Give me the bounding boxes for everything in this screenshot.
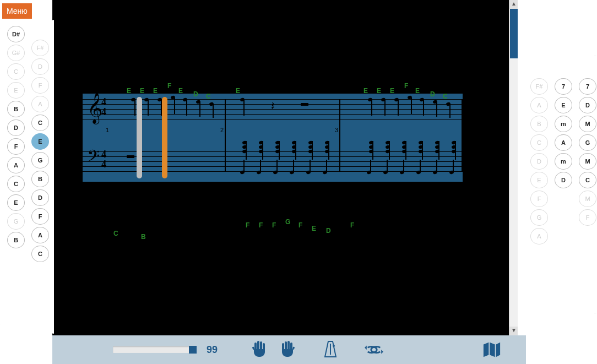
note-label: D <box>430 90 435 98</box>
key-button-A[interactable]: A <box>7 157 25 173</box>
key-button-C[interactable]: C <box>31 246 49 262</box>
key-button-A[interactable]: A <box>31 227 49 243</box>
key-button-D[interactable]: D <box>530 153 548 170</box>
note-label: F <box>167 82 171 90</box>
key-button-A[interactable]: A <box>31 96 49 112</box>
key-button-D[interactable]: D <box>7 119 25 136</box>
key-button-7[interactable]: 7 <box>579 78 596 95</box>
note-label: E <box>140 87 144 95</box>
metronome-button[interactable] <box>321 340 340 359</box>
right-key-column-inner: F#ABCDEFGA <box>527 77 552 246</box>
key-button-D[interactable]: D <box>31 58 49 75</box>
key-button-C[interactable]: C <box>7 63 25 80</box>
note-label: C <box>443 93 448 100</box>
key-button-Gsharp[interactable]: G# <box>7 45 25 61</box>
key-button-G[interactable]: G <box>530 209 548 226</box>
key-button-B[interactable]: B <box>7 101 25 117</box>
vertical-scrollbar[interactable]: ▲ ▼ <box>509 0 518 335</box>
score-viewport: ▲ ▼ 𝄞 𝄢 44 <box>61 0 518 335</box>
time-sig-bass: 44 <box>101 149 106 169</box>
key-button-E[interactable]: E <box>7 82 25 99</box>
right-key-column-outer: 7DMGMCMF <box>575 77 597 227</box>
note-label: F <box>350 221 354 229</box>
note-label: E <box>390 87 394 95</box>
scroll-thumb[interactable] <box>510 9 518 58</box>
note-label: E <box>153 87 158 95</box>
key-button-F[interactable]: F <box>31 77 49 94</box>
left-key-column-inner: F#DFACEGBDFAC <box>28 39 53 263</box>
measure-number: 1 <box>106 127 109 133</box>
right-hand-button[interactable] <box>278 340 296 359</box>
key-button-D[interactable]: D <box>555 172 572 188</box>
key-button-B[interactable]: B <box>7 232 25 248</box>
key-button-F[interactable]: F <box>530 191 548 207</box>
key-button-Fsharp[interactable]: F# <box>31 40 49 56</box>
key-button-D[interactable]: D <box>31 189 49 206</box>
tempo-slider-handle[interactable] <box>189 346 197 354</box>
note-label: E <box>363 87 368 95</box>
key-button-M[interactable]: M <box>579 191 596 207</box>
key-button-A[interactable]: A <box>555 134 572 151</box>
bass-clef: 𝄢 <box>87 146 100 170</box>
note-label: F <box>272 221 276 229</box>
note-label: G <box>285 218 290 226</box>
key-button-7[interactable]: 7 <box>555 78 572 95</box>
key-button-F[interactable]: F <box>579 209 596 226</box>
key-button-G[interactable]: G <box>31 152 49 169</box>
key-button-E[interactable]: E <box>530 172 548 188</box>
note-label: E <box>377 87 381 95</box>
key-button-E[interactable]: E <box>555 97 572 113</box>
key-button-C[interactable]: C <box>7 176 25 192</box>
key-button-B[interactable]: B <box>31 171 49 187</box>
key-button-C[interactable]: C <box>530 134 548 151</box>
note-label: E <box>312 225 316 232</box>
note-label: D <box>326 227 331 235</box>
key-button-E[interactable]: E <box>31 133 49 150</box>
key-button-C[interactable]: C <box>579 172 596 188</box>
note-label: E <box>127 87 131 95</box>
key-button-M[interactable]: M <box>579 153 596 170</box>
key-button-m[interactable]: m <box>555 116 572 132</box>
key-button-Fsharp[interactable]: F# <box>530 78 548 95</box>
key-button-M[interactable]: M <box>579 116 596 132</box>
note-label: E <box>236 87 240 95</box>
key-button-F[interactable]: F <box>31 208 49 225</box>
key-button-E[interactable]: E <box>7 194 25 211</box>
note-label: E <box>415 87 420 95</box>
measure-number: 3 <box>335 127 338 133</box>
left-hand-button[interactable] <box>251 340 269 359</box>
half-rest <box>301 103 308 106</box>
treble-clef: 𝄞 <box>87 93 102 124</box>
right-key-column-mid: 7EmAmD <box>551 77 576 189</box>
key-button-A[interactable]: A <box>530 97 548 113</box>
key-button-A[interactable]: A <box>530 228 548 245</box>
bass-rest <box>127 155 134 158</box>
note-label: C <box>206 93 211 100</box>
tempo-value: 99 <box>207 344 218 356</box>
map-button[interactable] <box>482 340 501 359</box>
cursor-playhead[interactable] <box>162 97 167 178</box>
note-label: B <box>141 233 146 241</box>
loop-button[interactable] <box>365 340 383 359</box>
key-button-F[interactable]: F <box>7 138 25 155</box>
key-button-D[interactable]: D <box>579 97 596 113</box>
key-button-G[interactable]: G <box>7 213 25 230</box>
measure-number: 2 <box>220 127 224 133</box>
key-button-B[interactable]: B <box>530 116 548 132</box>
note-label: E <box>178 87 183 95</box>
scroll-up-button[interactable]: ▲ <box>509 0 518 9</box>
time-sig-treble: 44 <box>101 97 106 117</box>
key-button-m[interactable]: m <box>555 153 572 170</box>
key-button-G[interactable]: G <box>579 134 596 151</box>
left-key-column-outer: D#G#CEBDFACEGB <box>3 25 29 249</box>
tempo-slider[interactable] <box>113 346 196 353</box>
key-button-Dsharp[interactable]: D# <box>7 26 25 42</box>
note-label: F <box>246 221 249 229</box>
key-button-C[interactable]: C <box>31 115 49 131</box>
cursor-start[interactable] <box>137 97 142 178</box>
note-label: F <box>259 221 263 229</box>
note-label: F <box>298 221 302 229</box>
menu-button[interactable]: Меню <box>2 3 32 19</box>
note-label: F <box>404 82 408 90</box>
scroll-down-button[interactable]: ▼ <box>509 327 518 335</box>
